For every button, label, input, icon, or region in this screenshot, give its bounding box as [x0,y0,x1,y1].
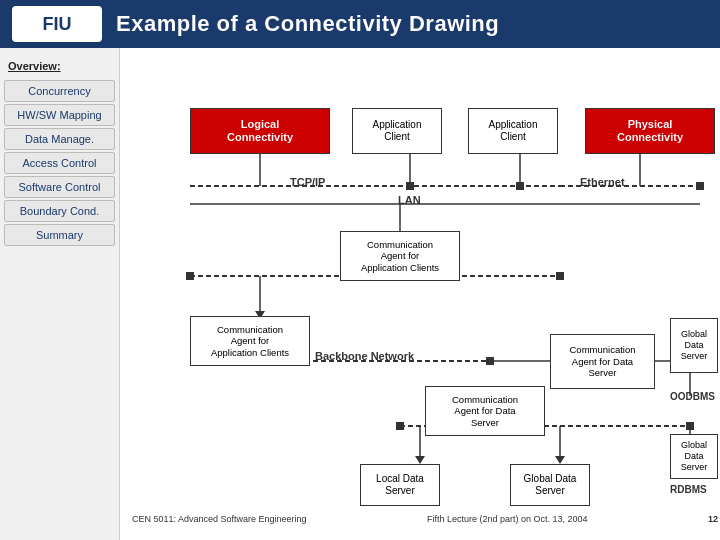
footer-page: 12 [708,514,718,530]
physical-connectivity-box: Physical Connectivity [585,108,715,154]
lan-top-label: LAN [398,194,421,206]
tcpip-label: TCP/IP [290,176,325,188]
sidebar-item-access[interactable]: Access Control [4,152,115,174]
global-data-server-bottom-box: Global Data Server [510,464,590,506]
backbone-network-label: Backbone Network [315,350,414,362]
svg-rect-7 [406,182,414,190]
ethernet-label: Ethernet [580,176,625,188]
sidebar: Overview: Concurrency HW/SW Mapping Data… [0,48,120,540]
content-area: LAN [120,48,720,540]
sidebar-item-boundary[interactable]: Boundary Cond. [4,200,115,222]
sidebar-item-hwsw[interactable]: HW/SW Mapping [4,104,115,126]
page-title: Example of a Connectivity Drawing [116,11,499,37]
sidebar-item-concurrency[interactable]: Concurrency [4,80,115,102]
rdbms-label: RDBMS [670,484,707,495]
svg-rect-28 [396,422,404,430]
svg-marker-32 [415,456,425,464]
comm-agent-app-clients-1-box: Communication Agent for Application Clie… [340,231,460,281]
svg-rect-8 [516,182,524,190]
header: FIU Example of a Connectivity Drawing [0,0,720,48]
sidebar-item-software[interactable]: Software Control [4,176,115,198]
comm-agent-data-server-2-box: Communication Agent for Data Server [425,386,545,436]
footer-center: Fifth Lecture (2nd part) on Oct. 13, 200… [427,514,588,530]
logo: FIU [12,6,102,42]
local-data-server-box: Local Data Server [360,464,440,506]
svg-marker-34 [555,456,565,464]
diagram: LAN [130,56,720,532]
sidebar-item-summary[interactable]: Summary [4,224,115,246]
footer: CEN 5011: Advanced Software Engineering … [130,514,720,530]
sidebar-item-data[interactable]: Data Manage. [4,128,115,150]
logical-connectivity-box: Logical Connectivity [190,108,330,154]
app-client-2-box: Application Client [468,108,558,154]
svg-rect-13 [556,272,564,280]
overview-label: Overview: [0,56,119,78]
svg-rect-9 [696,182,704,190]
app-client-1-box: Application Client [352,108,442,154]
global-data-server-1-box: Global Data Server [670,318,718,373]
comm-agent-data-server-1-box: Communication Agent for Data Server [550,334,655,389]
oodbms-label: OODBMS [670,391,715,402]
comm-agent-app-clients-2-box: Communication Agent for Application Clie… [190,316,310,366]
svg-rect-12 [186,272,194,280]
footer-left: CEN 5011: Advanced Software Engineering [132,514,307,530]
global-data-server-2-box: Global Data Server [670,434,718,479]
